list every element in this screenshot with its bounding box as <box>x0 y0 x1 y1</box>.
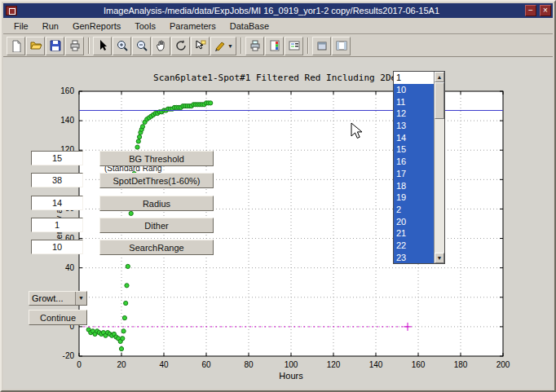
toolbar-separator <box>240 37 242 54</box>
dropdown-item[interactable]: 14 <box>394 131 434 143</box>
pointer-icon <box>96 39 109 52</box>
spotdetthres-label: SpotDetThres(1-60%) <box>99 173 214 188</box>
rotate-3d-icon <box>174 39 188 52</box>
scroll-up-icon[interactable]: ▲ <box>435 72 444 82</box>
toolbar-separator <box>307 37 309 54</box>
toolbar: ▼ <box>3 35 553 57</box>
zoom-out-icon <box>135 39 148 52</box>
zoom-out-button[interactable] <box>132 37 151 55</box>
growth-mode-dropdown[interactable]: Growt... ▼ <box>29 291 87 306</box>
brush-icon <box>214 39 227 52</box>
dropdown-item[interactable]: 10 <box>394 84 434 96</box>
save-button[interactable] <box>46 37 64 55</box>
dropdown-item[interactable]: 2 <box>394 204 434 216</box>
radius-field[interactable] <box>31 196 83 210</box>
hide-plot-tools-icon <box>316 39 329 52</box>
dropdown-item[interactable]: 15 <box>394 143 434 156</box>
menu-genreports[interactable]: GenReports <box>67 20 126 33</box>
dropdown-item[interactable]: 11 <box>394 95 434 108</box>
insert-legend-button[interactable] <box>285 37 303 55</box>
dropdown-item[interactable]: 23 <box>394 251 434 263</box>
app-window: ImageAnalysis-/media/data/ExpJobs/MI 16_… <box>0 0 556 392</box>
zoom-in-icon <box>116 39 129 52</box>
bg-threshold-field[interactable] <box>31 151 83 165</box>
bg-threshold-label: BG Threshold <box>99 151 214 166</box>
toolbar-separator <box>88 37 90 54</box>
dropdown-item[interactable]: 21 <box>394 227 434 240</box>
dropdown-item[interactable]: 22 <box>394 240 434 252</box>
menu-parameters[interactable]: Parameters <box>164 20 222 33</box>
menu-tools[interactable]: Tools <box>129 20 161 33</box>
dither-field[interactable] <box>31 218 83 232</box>
insert-legend-icon <box>288 39 301 52</box>
brush-dropdown-chevron-icon[interactable]: ▼ <box>227 43 233 49</box>
dropdown-item[interactable]: 12 <box>394 108 434 120</box>
minimize-button[interactable]: − <box>525 5 536 16</box>
print-figure-button[interactable] <box>245 37 264 55</box>
dropdown-scrollbar[interactable]: ▲ ▼ <box>434 72 444 263</box>
new-file-icon <box>10 39 23 52</box>
data-cursor-button[interactable] <box>191 37 210 55</box>
menu-run[interactable]: Run <box>37 20 64 33</box>
number-select-dropdown: 110111213141516171819220212223 ▲ ▼ <box>393 71 445 264</box>
insert-colorbar-button[interactable] <box>265 37 284 55</box>
dropdown-item[interactable]: 13 <box>394 120 434 132</box>
show-plot-tools-icon <box>335 39 348 52</box>
new-file-button[interactable] <box>7 37 25 55</box>
dropdown-item[interactable]: 18 <box>394 179 434 192</box>
dropdown-item[interactable]: 17 <box>394 168 434 180</box>
pointer-tool-button[interactable] <box>93 37 112 55</box>
data-cursor-icon <box>194 39 207 52</box>
pan-tool-button[interactable] <box>152 37 170 55</box>
show-plot-tools-button[interactable] <box>332 37 351 55</box>
radius-label: Radius <box>99 196 214 211</box>
searchrange-label: SearchRange <box>99 240 214 255</box>
open-folder-button[interactable] <box>26 37 45 55</box>
pan-hand-icon <box>155 39 168 52</box>
print-icon <box>68 39 82 52</box>
dropdown-item[interactable]: 20 <box>394 215 434 227</box>
title-bar: ImageAnalysis-/media/data/ExpJobs/MI 16_… <box>3 3 553 18</box>
growth-mode-value: Growt... <box>29 292 75 305</box>
save-icon <box>49 39 62 52</box>
brush-tool-button[interactable]: ▼ <box>210 37 236 55</box>
continue-button[interactable]: Continue <box>29 310 87 325</box>
zoom-in-button[interactable] <box>113 37 131 55</box>
searchrange-field[interactable] <box>31 240 83 254</box>
menu-database[interactable]: DataBase <box>224 20 275 33</box>
dropdown-list: 110111213141516171819220212223 <box>394 72 434 263</box>
dropdown-item[interactable]: 1 <box>394 72 434 84</box>
scroll-down-icon[interactable]: ▼ <box>435 253 444 263</box>
insert-colorbar-icon <box>268 39 281 52</box>
figure-canvas <box>3 57 553 389</box>
hide-plot-tools-button[interactable] <box>312 37 331 55</box>
window-menu-icon[interactable] <box>6 6 17 15</box>
window-title: ImageAnalysis-/media/data/ExpJobs/MI 16_… <box>20 6 523 15</box>
chevron-down-icon[interactable]: ▼ <box>75 292 86 305</box>
dropdown-item[interactable]: 16 <box>394 156 434 168</box>
menu-bar: File Run GenReports Tools Parameters Dat… <box>3 18 553 34</box>
scrollbar-thumb[interactable] <box>435 82 444 119</box>
spotdetthres-field[interactable] <box>31 173 83 187</box>
open-folder-icon <box>29 39 42 52</box>
dropdown-item[interactable]: 19 <box>394 192 434 204</box>
close-button[interactable]: × <box>540 5 551 16</box>
dither-label: Dither <box>99 218 214 233</box>
rotate-3d-button[interactable] <box>171 37 190 55</box>
print-button[interactable] <box>65 37 84 55</box>
menu-file[interactable]: File <box>8 20 34 33</box>
print-figure-icon <box>249 39 262 52</box>
